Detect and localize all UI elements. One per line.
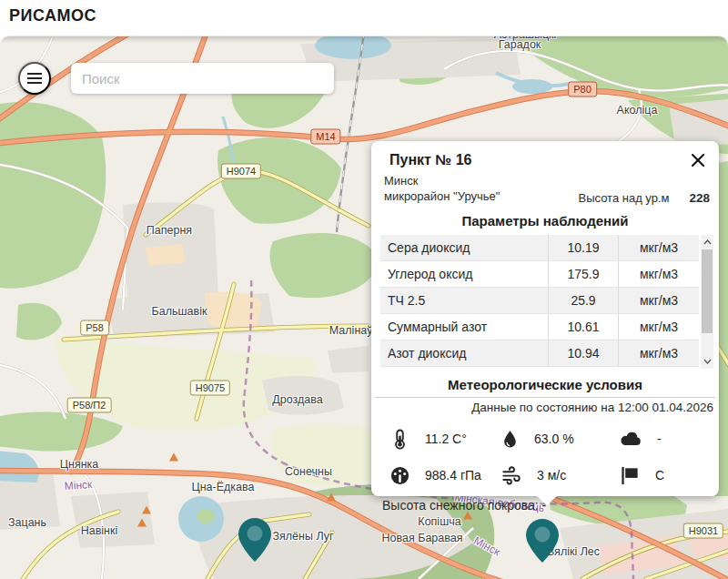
pressure-value: 988.4 гПа — [425, 468, 481, 482]
table-scrollbar[interactable] — [701, 235, 713, 369]
station-popup: Пункт № 16 Минск микрорайон "Уручье" Выс… — [371, 141, 719, 496]
place-label: Сонечны — [285, 465, 332, 478]
station-city: Минск — [384, 174, 500, 189]
wind-direction-icon — [619, 465, 641, 486]
altitude-value: 228 — [689, 191, 710, 205]
station-pin[interactable] — [526, 519, 559, 563]
cloudiness-reading: - — [619, 429, 719, 450]
param-unit: мкг/м3 — [618, 314, 699, 340]
pressure-reading: 988.4 гПа — [389, 465, 500, 486]
meteo-timestamp: Данные по состоянию на 12:00 01.04.2026 — [371, 398, 719, 414]
close-button[interactable] — [688, 151, 708, 171]
table-row: Сера диоксид 10.19 мкг/м3 — [380, 235, 699, 261]
param-name: Углерод оксид — [380, 267, 548, 281]
pin-icon — [526, 519, 559, 563]
road-badge: Н9031 — [683, 523, 723, 539]
menu-button[interactable] — [18, 62, 51, 95]
place-label: Копішча — [418, 515, 460, 528]
search-input[interactable] — [71, 63, 334, 94]
param-unit: мкг/м3 — [618, 235, 699, 260]
scroll-down-icon[interactable] — [701, 355, 713, 368]
table-row: ТЧ 2.5 25.9 мкг/м3 — [380, 288, 699, 314]
place-label: Дроздава — [272, 393, 322, 406]
temperature-value: 11.2 C° — [425, 432, 467, 446]
app-window: РИСАМОС — [0, 0, 728, 579]
parameters-title: Параметры наблюдений — [371, 213, 719, 229]
pin-icon — [238, 518, 271, 562]
meteo-title: Метеорологические условия — [371, 377, 719, 392]
param-unit: мкг/м3 — [618, 261, 699, 287]
wind-direction-reading: С — [619, 465, 719, 486]
param-value: 175.9 — [548, 261, 618, 287]
place-label: Бальшавік — [152, 305, 207, 318]
altitude-label: Высота над ур.м — [578, 191, 669, 205]
humidity-icon — [500, 429, 520, 450]
app-logo: РИСАМОС — [9, 6, 96, 25]
cloudiness-value: - — [657, 432, 662, 446]
road-badge: Р58/П2 — [67, 398, 112, 413]
place-label: Зацань — [8, 516, 46, 529]
road-badge: Н9075 — [190, 381, 230, 396]
peak-icon — [327, 493, 336, 502]
road-badge: Р80 — [568, 82, 597, 97]
place-label: Мінск — [64, 478, 92, 493]
param-name: Сера диоксид — [380, 240, 548, 255]
temperature-reading: 11.2 C° — [389, 429, 500, 450]
place-label: Новая Баравая — [382, 532, 463, 544]
station-location: Минск микрорайон "Уручье" — [384, 174, 500, 205]
table-row: Суммарный азот 10.61 мкг/м3 — [380, 314, 699, 340]
place-label: Зялёны Луг — [272, 530, 333, 543]
param-name: ТЧ 2.5 — [380, 293, 548, 308]
peak-icon — [463, 512, 472, 520]
wind-speed-icon — [500, 465, 522, 485]
table-row: Углерод оксид 175.9 мкг/м3 — [380, 261, 699, 288]
scroll-up-icon[interactable] — [701, 236, 713, 249]
place-label: Цна-Ёдкава — [191, 481, 254, 493]
table-row: Азот диоксид 10.94 мкг/м3 — [380, 340, 699, 367]
param-unit: мкг/м3 — [618, 340, 699, 366]
altitude: Высота над ур.м228 — [578, 191, 710, 205]
peak-icon — [137, 519, 147, 527]
road-badge: М14 — [310, 129, 340, 145]
station-pin[interactable] — [238, 518, 271, 562]
snow-cover-text: Высота снежного покрова: - — [371, 486, 719, 513]
param-unit: мкг/м3 — [618, 288, 699, 313]
cloud-icon — [619, 430, 642, 448]
wind-direction-value: С — [655, 468, 664, 482]
parameters-table[interactable]: Сера диоксид 10.19 мкг/м3 Углерод оксид … — [380, 235, 713, 369]
station-district: микрорайон "Уручье" — [384, 189, 500, 205]
thermometer-icon — [389, 429, 410, 450]
hamburger-icon — [27, 77, 42, 79]
param-value: 25.9 — [548, 288, 618, 313]
road-badge: Р58 — [80, 320, 109, 336]
place-label: Мінск — [471, 534, 502, 559]
close-icon — [690, 152, 706, 168]
humidity-value: 63.0 % — [534, 432, 574, 446]
place-label: Аколіца — [617, 104, 658, 117]
param-name: Азот диоксид — [380, 346, 548, 361]
place-label: Цнянка — [60, 458, 99, 471]
popup-title: Пункт № 16 — [371, 141, 719, 168]
param-value: 10.61 — [548, 314, 618, 340]
param-name: Суммарный азот — [380, 320, 548, 334]
wind-speed-value: 3 м/с — [537, 468, 566, 482]
param-value: 10.19 — [548, 235, 618, 260]
param-value: 10.94 — [548, 340, 618, 366]
place-label: Навінкі — [81, 524, 118, 537]
place-label: Гарадок — [499, 38, 541, 51]
scrollbar-thumb[interactable] — [702, 249, 713, 333]
wind-speed-reading: 3 м/с — [500, 465, 619, 486]
peak-icon — [142, 506, 151, 514]
top-bar: РИСАМОС — [0, 0, 728, 35]
road-badge: Н9074 — [221, 164, 261, 179]
humidity-reading: 63.0 % — [500, 429, 619, 450]
pressure-icon — [389, 465, 410, 486]
place-label: Паперня — [147, 224, 192, 237]
meteo-grid: 11.2 C° 63.0 % - — [371, 414, 719, 486]
peak-icon — [169, 453, 178, 462]
